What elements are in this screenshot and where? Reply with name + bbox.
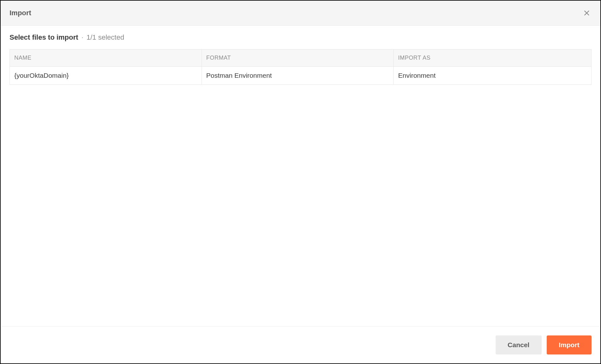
selection-count: 1/1 selected (87, 33, 124, 42)
close-icon (583, 10, 590, 17)
modal-title: Import (10, 9, 31, 17)
header-name: NAME (10, 50, 202, 67)
table-row[interactable]: {yourOktaDomain} Postman Environment Env… (10, 67, 591, 85)
cell-import-as: Environment (394, 67, 591, 85)
select-heading-separator: · (81, 33, 83, 42)
header-format: FORMAT (202, 50, 394, 67)
modal-header: Import (1, 1, 600, 26)
files-table: NAME FORMAT IMPORT AS {yourOktaDomain} P… (10, 49, 591, 85)
import-button[interactable]: Import (547, 335, 591, 354)
cancel-button[interactable]: Cancel (496, 335, 542, 354)
table-header-row: NAME FORMAT IMPORT AS (10, 50, 591, 67)
cell-format: Postman Environment (202, 67, 394, 85)
header-import-as: IMPORT AS (394, 50, 591, 67)
select-heading-label: Select files to import (10, 33, 78, 42)
modal-footer: Cancel Import (1, 326, 600, 363)
modal-body: Select files to import · 1/1 selected NA… (1, 26, 600, 326)
close-button[interactable] (582, 8, 591, 18)
cell-name: {yourOktaDomain} (10, 67, 202, 85)
select-heading: Select files to import · 1/1 selected (10, 33, 591, 42)
import-modal: Import Select files to import · 1/1 sele… (0, 0, 601, 364)
